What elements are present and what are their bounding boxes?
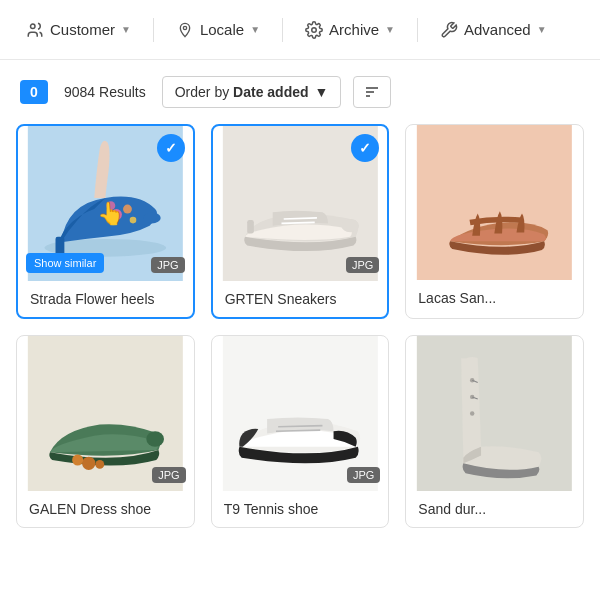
image-card-4[interactable]: JPG GALEN Dress shoe — [16, 335, 195, 528]
svg-point-22 — [82, 457, 95, 470]
gear-icon — [305, 21, 323, 39]
svg-point-24 — [95, 460, 104, 469]
order-chevron-icon: ▼ — [315, 84, 329, 100]
svg-line-15 — [283, 218, 316, 219]
wrench-icon — [440, 21, 458, 39]
svg-point-0 — [31, 24, 36, 29]
nav-item-archive[interactable]: Archive ▼ — [295, 13, 405, 47]
nav-divider-2 — [282, 18, 283, 42]
card-image-5: JPG — [212, 336, 389, 491]
locale-chevron: ▼ — [250, 24, 260, 35]
svg-point-9 — [123, 205, 132, 214]
show-similar-button-1[interactable]: Show similar — [26, 253, 104, 273]
format-badge-1: JPG — [151, 257, 184, 273]
results-count: 9084 Results — [60, 78, 150, 106]
image-card-6[interactable]: Sand dur... — [405, 335, 584, 528]
format-badge-4: JPG — [152, 467, 185, 483]
sort-lines-icon — [364, 84, 380, 100]
top-nav: Customer ▼ Locale ▼ Archive ▼ — [0, 0, 600, 60]
card-title-2: GRTEN Sneakers — [213, 281, 388, 317]
card-image-2: ✓ JPG — [213, 126, 388, 281]
card-image-1: ✓ Show similar JPG 👆 — [18, 126, 193, 281]
svg-point-21 — [146, 431, 164, 447]
image-card-5[interactable]: JPG T9 Tennis shoe — [211, 335, 390, 528]
customer-chevron: ▼ — [121, 24, 131, 35]
svg-point-2 — [312, 27, 317, 32]
people-icon — [26, 21, 44, 39]
nav-archive-label: Archive — [329, 21, 379, 38]
card-image-4: JPG — [17, 336, 194, 491]
svg-point-11 — [130, 217, 137, 224]
card-title-6: Sand dur... — [406, 491, 583, 527]
card-image-3 — [406, 125, 583, 280]
svg-point-10 — [106, 201, 115, 210]
card-title-3: Lacas San... — [406, 280, 583, 316]
svg-point-17 — [341, 219, 359, 232]
nav-item-locale[interactable]: Locale ▼ — [166, 13, 270, 47]
svg-point-1 — [183, 26, 186, 29]
svg-point-29 — [470, 378, 474, 382]
image-card-2[interactable]: ✓ JPG GRTEN Sneakers — [211, 124, 390, 319]
svg-point-23 — [72, 454, 83, 465]
svg-line-16 — [281, 222, 314, 223]
toolbar: 0 9084 Results Order by Date added ▼ — [0, 60, 600, 124]
image-card-1[interactable]: ✓ Show similar JPG 👆 Strada Flower heels — [16, 124, 195, 319]
svg-rect-19 — [417, 125, 572, 280]
nav-customer-label: Customer — [50, 21, 115, 38]
sort-direction-button[interactable] — [353, 76, 391, 108]
order-by-label: Order by Date added — [175, 84, 309, 100]
selected-check-1: ✓ — [157, 134, 185, 162]
card-title-4: GALEN Dress shoe — [17, 491, 194, 527]
svg-rect-18 — [247, 220, 254, 233]
svg-line-26 — [278, 426, 322, 427]
order-by-button[interactable]: Order by Date added ▼ — [162, 76, 342, 108]
nav-divider-3 — [417, 18, 418, 42]
image-card-3[interactable]: Lacas San... — [405, 124, 584, 319]
card-title-5: T9 Tennis shoe — [212, 491, 389, 527]
nav-advanced-label: Advanced — [464, 21, 531, 38]
advanced-chevron: ▼ — [537, 24, 547, 35]
selected-count-badge: 0 — [20, 80, 48, 104]
card-title-1: Strada Flower heels — [18, 281, 193, 317]
svg-point-30 — [470, 395, 474, 399]
svg-point-13 — [143, 212, 161, 223]
format-badge-2: JPG — [346, 257, 379, 273]
location-icon — [176, 21, 194, 39]
nav-item-customer[interactable]: Customer ▼ — [16, 13, 141, 47]
archive-chevron: ▼ — [385, 24, 395, 35]
nav-item-advanced[interactable]: Advanced ▼ — [430, 13, 557, 47]
svg-line-27 — [276, 430, 320, 431]
nav-divider-1 — [153, 18, 154, 42]
svg-point-31 — [470, 411, 474, 415]
nav-locale-label: Locale — [200, 21, 244, 38]
svg-point-8 — [111, 209, 122, 220]
card-image-6 — [406, 336, 583, 491]
image-grid: ✓ Show similar JPG 👆 Strada Flower heels — [0, 124, 600, 528]
format-badge-5: JPG — [347, 467, 380, 483]
